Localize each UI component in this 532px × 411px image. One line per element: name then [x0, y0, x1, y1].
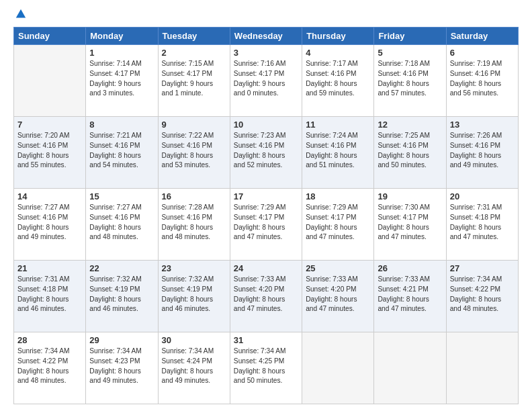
day-number: 11: [306, 120, 370, 130]
cell-line: and 49 minutes.: [89, 376, 154, 386]
day-number: 1: [89, 48, 154, 58]
calendar-cell: 30Sunrise: 7:34 AMSunset: 4:24 PMDayligh…: [158, 332, 230, 404]
cell-line: Daylight: 8 hours: [89, 367, 154, 377]
logo: [13, 11, 27, 20]
calendar-cell: 29Sunrise: 7:34 AMSunset: 4:23 PMDayligh…: [86, 332, 158, 404]
cell-line: Sunrise: 7:25 AM: [378, 131, 442, 141]
cell-line: Sunset: 4:17 PM: [234, 213, 298, 223]
calendar-cell: 23Sunrise: 7:32 AMSunset: 4:19 PMDayligh…: [158, 261, 230, 332]
calendar-cell: 2Sunrise: 7:15 AMSunset: 4:17 PMDaylight…: [158, 45, 230, 117]
cell-line: and 46 minutes.: [162, 304, 226, 314]
cell-line: and 47 minutes.: [234, 304, 298, 314]
cell-line: Daylight: 8 hours: [378, 223, 442, 233]
cell-line: Sunset: 4:16 PM: [450, 69, 515, 79]
cell-line: Daylight: 8 hours: [378, 79, 442, 89]
cell-line: and 47 minutes.: [378, 304, 442, 314]
cell-line: Sunset: 4:23 PM: [89, 357, 154, 367]
cell-line: Daylight: 8 hours: [17, 223, 82, 233]
day-number: 2: [162, 48, 226, 58]
day-number: 29: [89, 335, 154, 345]
cell-line: and 55 minutes.: [17, 161, 82, 171]
cell-line: and 1 minute.: [162, 89, 226, 99]
cell-line: Daylight: 8 hours: [89, 295, 154, 305]
cell-line: Sunset: 4:22 PM: [17, 357, 82, 367]
calendar-cell: 12Sunrise: 7:25 AMSunset: 4:16 PMDayligh…: [374, 117, 446, 189]
cell-line: Daylight: 8 hours: [17, 151, 82, 161]
calendar-cell: 25Sunrise: 7:33 AMSunset: 4:20 PMDayligh…: [302, 261, 374, 332]
cell-line: Daylight: 9 hours: [234, 79, 298, 89]
cell-line: Sunrise: 7:31 AM: [17, 275, 82, 285]
day-number: 18: [306, 191, 370, 201]
cell-line: Sunrise: 7:34 AM: [450, 275, 515, 285]
cell-line: Sunset: 4:16 PM: [17, 141, 82, 151]
cell-line: Daylight: 8 hours: [450, 151, 515, 161]
cell-line: Sunset: 4:16 PM: [306, 141, 370, 151]
cell-line: Sunrise: 7:20 AM: [17, 131, 82, 141]
cell-line: Sunrise: 7:28 AM: [162, 203, 226, 213]
day-number: 22: [89, 263, 154, 273]
day-number: 13: [450, 120, 515, 130]
day-number: 5: [378, 48, 442, 58]
calendar-cell: 15Sunrise: 7:27 AMSunset: 4:16 PMDayligh…: [86, 189, 158, 261]
calendar-cell: [446, 332, 518, 404]
cell-line: Daylight: 8 hours: [234, 295, 298, 305]
cell-line: Daylight: 8 hours: [306, 223, 370, 233]
day-number: 7: [17, 120, 82, 130]
calendar-cell: 1Sunrise: 7:14 AMSunset: 4:17 PMDaylight…: [86, 45, 158, 117]
cell-line: Sunrise: 7:32 AM: [162, 275, 226, 285]
calendar-cell: 24Sunrise: 7:33 AMSunset: 4:20 PMDayligh…: [230, 261, 302, 332]
calendar-cell: 7Sunrise: 7:20 AMSunset: 4:16 PMDaylight…: [14, 117, 86, 189]
calendar-cell: 22Sunrise: 7:32 AMSunset: 4:19 PMDayligh…: [86, 261, 158, 332]
calendar-cell: 6Sunrise: 7:19 AMSunset: 4:16 PMDaylight…: [446, 45, 518, 117]
day-number: 8: [89, 120, 154, 130]
cell-line: Sunset: 4:18 PM: [450, 213, 515, 223]
cell-line: Sunset: 4:16 PM: [450, 141, 515, 151]
cell-line: Daylight: 8 hours: [450, 295, 515, 305]
col-header-friday: Friday: [374, 28, 446, 45]
cell-line: and 56 minutes.: [450, 89, 515, 99]
cell-line: Daylight: 8 hours: [306, 151, 370, 161]
day-number: 30: [162, 335, 226, 345]
week-row-5: 28Sunrise: 7:34 AMSunset: 4:22 PMDayligh…: [14, 332, 519, 404]
cell-line: Sunrise: 7:33 AM: [306, 275, 370, 285]
day-number: 27: [450, 263, 515, 273]
cell-line: Sunset: 4:20 PM: [234, 285, 298, 295]
cell-line: and 48 minutes.: [162, 232, 226, 242]
cell-line: Sunset: 4:16 PM: [89, 141, 154, 151]
day-number: 3: [234, 48, 298, 58]
calendar-cell: 10Sunrise: 7:23 AMSunset: 4:16 PMDayligh…: [230, 117, 302, 189]
cell-line: Sunrise: 7:34 AM: [17, 347, 82, 357]
day-number: 24: [234, 263, 298, 273]
cell-line: Sunrise: 7:14 AM: [89, 59, 154, 69]
cell-line: Sunrise: 7:26 AM: [450, 131, 515, 141]
cell-line: Sunrise: 7:33 AM: [234, 275, 298, 285]
calendar-cell: 9Sunrise: 7:22 AMSunset: 4:16 PMDaylight…: [158, 117, 230, 189]
cell-line: and 48 minutes.: [89, 232, 154, 242]
cell-line: Sunrise: 7:34 AM: [89, 347, 154, 357]
cell-line: Daylight: 8 hours: [306, 79, 370, 89]
cell-line: Sunset: 4:18 PM: [17, 285, 82, 295]
cell-line: and 47 minutes.: [450, 232, 515, 242]
cell-line: Sunset: 4:17 PM: [162, 69, 226, 79]
cell-line: Sunset: 4:20 PM: [306, 285, 370, 295]
day-number: 9: [162, 120, 226, 130]
cell-line: Sunrise: 7:23 AM: [234, 131, 298, 141]
calendar-cell: 3Sunrise: 7:16 AMSunset: 4:17 PMDaylight…: [230, 45, 302, 117]
calendar-cell: 28Sunrise: 7:34 AMSunset: 4:22 PMDayligh…: [14, 332, 86, 404]
cell-line: Daylight: 8 hours: [162, 295, 226, 305]
day-number: 31: [234, 335, 298, 345]
cell-line: and 48 minutes.: [450, 304, 515, 314]
cell-line: and 51 minutes.: [306, 161, 370, 171]
cell-line: Daylight: 8 hours: [378, 295, 442, 305]
cell-line: Daylight: 8 hours: [89, 223, 154, 233]
day-number: 15: [89, 191, 154, 201]
cell-line: and 53 minutes.: [162, 161, 226, 171]
cell-line: Daylight: 8 hours: [234, 367, 298, 377]
day-number: 17: [234, 191, 298, 201]
cell-line: Sunset: 4:16 PM: [378, 69, 442, 79]
cell-line: Daylight: 8 hours: [162, 151, 226, 161]
cell-line: Sunset: 4:17 PM: [378, 213, 442, 223]
header-row: SundayMondayTuesdayWednesdayThursdayFrid…: [14, 28, 519, 45]
calendar-cell: 8Sunrise: 7:21 AMSunset: 4:16 PMDaylight…: [86, 117, 158, 189]
col-header-sunday: Sunday: [14, 28, 86, 45]
